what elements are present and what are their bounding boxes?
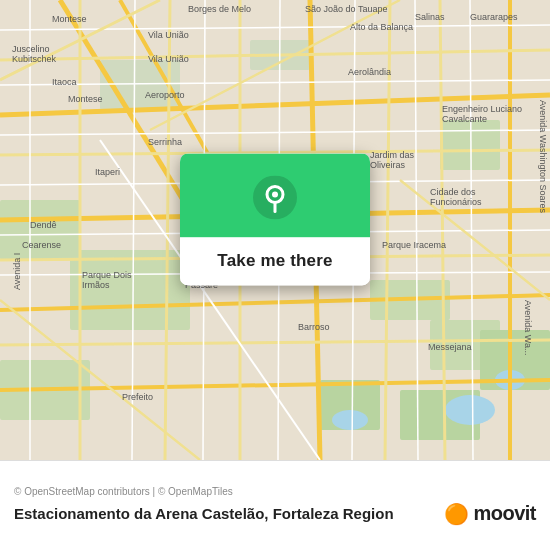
- svg-text:Juscelino: Juscelino: [12, 44, 50, 54]
- svg-text:Itaperi: Itaperi: [95, 167, 120, 177]
- moovit-logo: 🟠 moovit: [444, 502, 536, 526]
- location-pin-icon: [253, 175, 297, 219]
- svg-text:Cavalcante: Cavalcante: [442, 114, 487, 124]
- svg-text:Barroso: Barroso: [298, 322, 330, 332]
- svg-text:Funcionários: Funcionários: [430, 197, 482, 207]
- svg-text:Aeroporto: Aeroporto: [145, 90, 185, 100]
- svg-text:Prefeito: Prefeito: [122, 392, 153, 402]
- svg-point-13: [332, 410, 368, 430]
- moovit-face-icon: 🟠: [444, 502, 469, 526]
- svg-text:Guararapes: Guararapes: [470, 12, 518, 22]
- svg-rect-1: [0, 200, 80, 260]
- copyright-text: © OpenStreetMap contributors | © OpenMap…: [14, 486, 536, 497]
- svg-text:Serrinha: Serrinha: [148, 137, 182, 147]
- svg-text:Oliveiras: Oliveiras: [370, 160, 406, 170]
- svg-text:Cidade dos: Cidade dos: [430, 187, 476, 197]
- map-view[interactable]: Montese Borges de Melo São João do Tauap…: [0, 0, 550, 460]
- svg-text:Jardim das: Jardim das: [370, 150, 415, 160]
- svg-text:Montese: Montese: [52, 14, 87, 24]
- svg-text:Alto da Balança: Alto da Balança: [350, 22, 413, 32]
- svg-text:Vila União: Vila União: [148, 30, 189, 40]
- svg-point-12: [445, 395, 495, 425]
- svg-text:Itaoca: Itaoca: [52, 77, 77, 87]
- svg-text:Montese: Montese: [68, 94, 103, 104]
- svg-text:Engenheiro Luciano: Engenheiro Luciano: [442, 104, 522, 114]
- moovit-brand-text: moovit: [473, 502, 536, 525]
- svg-rect-3: [440, 120, 500, 170]
- svg-text:Parque Iracema: Parque Iracema: [382, 240, 446, 250]
- bottom-bar: © OpenStreetMap contributors | © OpenMap…: [0, 460, 550, 550]
- svg-text:Avenida I: Avenida I: [12, 253, 22, 290]
- svg-text:Cearense: Cearense: [22, 240, 61, 250]
- svg-text:Avenida Washington Soares: Avenida Washington Soares: [538, 100, 548, 214]
- svg-text:Salinas: Salinas: [415, 12, 445, 22]
- svg-text:Aerolândia: Aerolândia: [348, 67, 391, 77]
- svg-text:Irmãos: Irmãos: [82, 280, 110, 290]
- svg-text:Avenida Wa...: Avenida Wa...: [523, 300, 533, 356]
- svg-text:Messejana: Messejana: [428, 342, 472, 352]
- svg-text:Dendê: Dendê: [30, 220, 57, 230]
- card-green-header: [180, 153, 370, 237]
- svg-text:São João do Tauape: São João do Tauape: [305, 4, 387, 14]
- svg-point-86: [272, 191, 278, 197]
- location-title: Estacionamento da Arena Castelão, Fortal…: [14, 505, 394, 522]
- svg-text:Borges de Melo: Borges de Melo: [188, 4, 251, 14]
- take-me-there-button[interactable]: Take me there: [180, 237, 370, 285]
- svg-text:Vila União: Vila União: [148, 54, 189, 64]
- svg-text:Parque Dois: Parque Dois: [82, 270, 132, 280]
- location-card: Take me there: [180, 153, 370, 285]
- svg-text:Kubitschek: Kubitschek: [12, 54, 57, 64]
- svg-rect-2: [70, 250, 190, 330]
